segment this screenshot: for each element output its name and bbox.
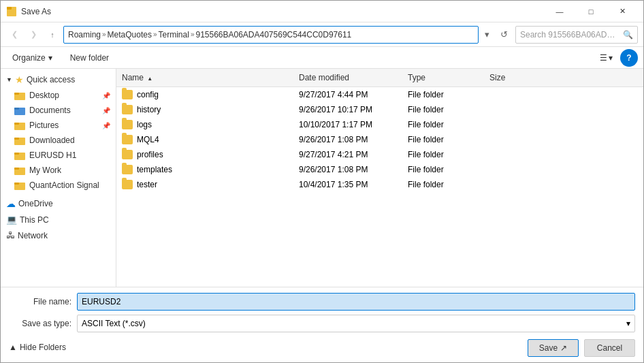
- file-name-cell: templates: [116, 162, 293, 177]
- network-label: Network: [18, 231, 48, 240]
- quantaction-label: QuantAction Signal: [29, 180, 99, 190]
- sidebar-item-my-work[interactable]: My Work: [1, 163, 116, 178]
- column-header-date[interactable]: Date modified: [293, 70, 402, 85]
- sidebar-item-quantaction[interactable]: QuantAction Signal: [1, 178, 116, 193]
- folder-icon-documents: [14, 105, 25, 116]
- thispc-item[interactable]: 💻 This PC: [1, 212, 116, 227]
- svg-rect-7: [14, 123, 19, 125]
- column-header-size[interactable]: Size: [484, 70, 538, 85]
- quick-access-label: Quick access: [27, 75, 75, 84]
- organize-button[interactable]: Organize ▾: [6, 49, 59, 67]
- file-name-cell: profiles: [116, 147, 293, 162]
- table-row[interactable]: templates 9/26/2017 1:08 PM File folder: [116, 162, 643, 177]
- quick-access-collapse-icon: ▼: [6, 76, 12, 83]
- file-name-cell: history: [116, 102, 293, 117]
- folder-icon-quantaction: [14, 180, 25, 191]
- bottom-buttons: Save ↗ Cancel: [528, 339, 635, 357]
- my-work-label: My Work: [29, 165, 61, 175]
- forward-button[interactable]: ❯: [25, 27, 42, 43]
- svg-rect-5: [14, 108, 19, 110]
- column-header-type[interactable]: Type: [402, 70, 484, 85]
- folder-icon-pictures: [14, 120, 25, 131]
- table-row[interactable]: tester 10/4/2017 1:35 PM File folder: [116, 177, 643, 192]
- svg-rect-3: [14, 93, 19, 95]
- file-type-cell: File folder: [402, 147, 484, 162]
- file-name-text: MQL4: [137, 135, 159, 144]
- sort-arrow-name: ▲: [147, 76, 152, 82]
- address-dropdown-button[interactable]: ▾: [481, 26, 492, 44]
- breadcrumb: Roaming » MetaQuotes » Terminal » 915566…: [68, 30, 351, 40]
- refresh-button[interactable]: ↺: [495, 26, 513, 44]
- folder-icon: [122, 105, 133, 114]
- table-row[interactable]: logs 10/10/2017 1:17 PM File folder: [116, 117, 643, 132]
- table-row[interactable]: MQL4 9/26/2017 1:08 PM File folder: [116, 132, 643, 147]
- breadcrumb-metaquotes: MetaQuotes: [108, 30, 152, 40]
- file-name-text: config: [137, 90, 159, 99]
- sidebar-item-eurusd-h1[interactable]: EURUSD H1: [1, 148, 116, 163]
- folder-icon: [122, 135, 133, 144]
- view-icon: ☰: [600, 53, 607, 63]
- file-size-cell: [484, 152, 538, 157]
- organize-dropdown-icon: ▾: [48, 53, 52, 63]
- file-date-cell: 9/26/2017 1:08 PM: [293, 132, 402, 147]
- table-row[interactable]: history 9/26/2017 10:17 PM File folder: [116, 102, 643, 117]
- file-date-cell: 10/10/2017 1:17 PM: [293, 117, 402, 132]
- help-button[interactable]: ?: [620, 49, 638, 67]
- thispc-icon: 💻: [6, 215, 17, 225]
- documents-label: Documents: [29, 106, 71, 115]
- breadcrumb-id: 915566BA06ADA407569C544CC0D97611: [195, 30, 351, 40]
- file-list-header: Name ▲ Date modified Type Size: [116, 69, 643, 87]
- svg-rect-15: [14, 183, 19, 185]
- organize-label: Organize: [12, 53, 46, 63]
- network-icon: 🖧: [6, 230, 15, 240]
- hide-folders-toggle[interactable]: ▲ Hide Folders: [9, 343, 66, 352]
- file-type-cell: File folder: [402, 87, 484, 102]
- maximize-button[interactable]: □: [575, 1, 607, 22]
- thispc-label: This PC: [20, 215, 49, 225]
- save-button[interactable]: Save ↗: [528, 339, 579, 357]
- search-box[interactable]: Search 915566BA06ADA40756... 🔍: [515, 26, 638, 44]
- pin-icon-desktop: 📌: [102, 92, 110, 99]
- onedrive-label: OneDrive: [18, 199, 53, 208]
- toolbar-row: Organize ▾ New folder ☰ ▾ ?: [1, 47, 643, 69]
- minimize-button[interactable]: —: [544, 1, 575, 22]
- file-date-cell: 9/27/2017 4:21 PM: [293, 147, 402, 162]
- table-row[interactable]: config 9/27/2017 4:44 PM File folder: [116, 87, 643, 102]
- save-label: Save: [539, 343, 558, 353]
- back-button[interactable]: ❮: [6, 27, 22, 43]
- folder-icon: [122, 90, 133, 99]
- cancel-button[interactable]: Cancel: [584, 339, 635, 357]
- file-name-input[interactable]: [77, 293, 635, 311]
- svg-rect-9: [14, 138, 19, 140]
- file-name-cell: logs: [116, 117, 293, 132]
- sidebar-item-desktop[interactable]: Desktop 📌: [1, 88, 116, 103]
- folder-icon-desktop: [14, 90, 25, 101]
- file-date-cell: 9/26/2017 1:08 PM: [293, 162, 402, 177]
- up-button[interactable]: ↑: [44, 27, 61, 43]
- view-button[interactable]: ☰ ▾: [595, 49, 617, 67]
- address-bar[interactable]: Roaming » MetaQuotes » Terminal » 915566…: [63, 26, 479, 44]
- sidebar-item-pictures[interactable]: Pictures 📌: [1, 118, 116, 133]
- dialog-icon: [6, 6, 17, 17]
- file-type-cell: File folder: [402, 102, 484, 117]
- new-folder-button[interactable]: New folder: [64, 49, 115, 67]
- dialog-title: Save As: [21, 7, 544, 16]
- main-content: ▼ ★ Quick access Desktop 📌: [1, 69, 643, 287]
- column-header-name[interactable]: Name ▲: [116, 70, 293, 85]
- search-icon: 🔍: [623, 30, 633, 40]
- save-as-type-value: ASCII Text (*.csv): [82, 319, 146, 328]
- file-rows-container: config 9/27/2017 4:44 PM File folder his…: [116, 87, 643, 192]
- close-button[interactable]: ✕: [607, 1, 638, 22]
- title-bar-controls: — □ ✕: [544, 1, 638, 22]
- sidebar-item-downloaded[interactable]: Downloaded: [1, 133, 116, 148]
- network-item[interactable]: 🖧 Network: [1, 227, 116, 243]
- quick-access-header[interactable]: ▼ ★ Quick access: [1, 72, 116, 88]
- onedrive-item[interactable]: ☁ OneDrive: [1, 195, 116, 212]
- downloaded-label: Downloaded: [29, 136, 75, 145]
- sidebar-item-documents[interactable]: Documents 📌: [1, 103, 116, 118]
- dialog-save-as: Save As — □ ✕ ❮ ❯ ↑ Roaming » MetaQuotes…: [0, 0, 644, 363]
- hide-folders-label: Hide Folders: [20, 343, 66, 352]
- table-row[interactable]: profiles 9/27/2017 4:21 PM File folder: [116, 147, 643, 162]
- save-as-type-dropdown[interactable]: ASCII Text (*.csv) ▾: [77, 315, 635, 332]
- desktop-label: Desktop: [29, 91, 59, 100]
